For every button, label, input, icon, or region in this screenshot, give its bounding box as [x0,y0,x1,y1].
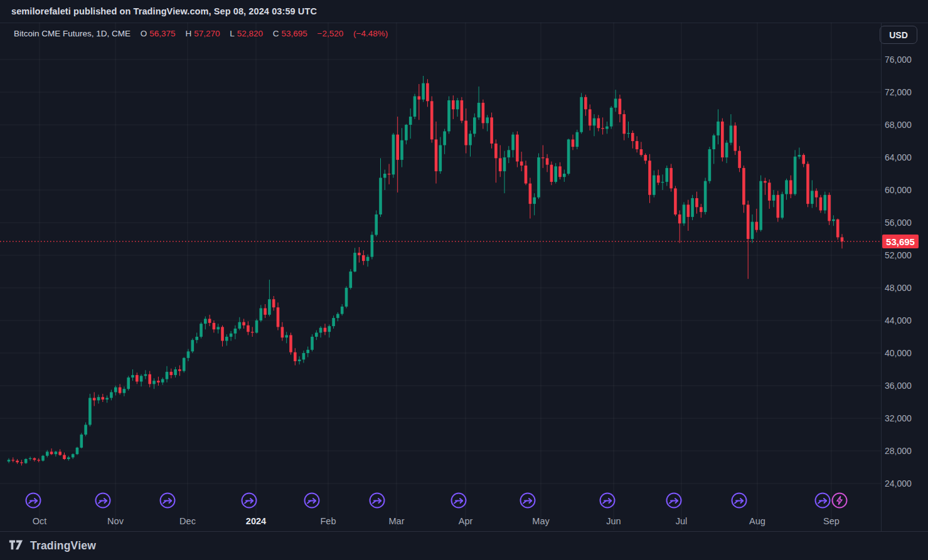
timeline-marker[interactable] [159,492,176,512]
price-tick-label: 48,000 [885,283,925,293]
low-value: 52,820 [237,29,263,38]
change-percent: (−4.48%) [353,29,388,38]
replay-arrow-icon[interactable] [665,492,683,509]
price-tick-label: 40,000 [885,348,925,358]
month-label-aug: Aug [749,516,765,526]
last-price-badge: 53,695 [882,235,919,248]
timeline-marker[interactable] [24,492,42,512]
price-chart[interactable] [0,0,928,560]
price-tick-label: 32,000 [885,413,925,423]
replay-arrow-icon[interactable] [303,492,321,509]
tradingview-published-chart: semilorefaleti published on TradingView.… [0,0,928,560]
high-value: 57,270 [194,29,220,38]
price-tick-label: 68,000 [885,120,925,130]
tradingview-brand[interactable]: TradingView [9,537,96,554]
replay-arrow-icon[interactable] [519,492,536,509]
price-tick-label: 76,000 [885,55,925,65]
price-axis-separator [881,23,882,531]
timeline-marker[interactable] [831,492,848,512]
replay-arrow-icon[interactable] [159,492,176,509]
month-label-2024: 2024 [246,516,266,526]
month-label-jul: Jul [676,516,688,526]
month-label-dec: Dec [179,516,196,526]
replay-arrow-icon[interactable] [450,492,467,509]
month-label-apr: Apr [459,516,473,526]
replay-arrow-icon[interactable] [368,492,386,509]
timeline-marker[interactable] [665,492,683,512]
replay-arrow-icon[interactable] [240,492,258,509]
price-tick-label: 36,000 [885,381,925,391]
low-label: L [230,29,235,38]
month-label-mar: Mar [389,516,405,526]
time-axis[interactable]: Oct Nov Dec 2024 Feb Mar Apr May Jun Jul… [0,490,881,531]
tradingview-logo-icon [9,537,25,554]
month-label-sep: Sep [823,516,840,526]
timeline-marker[interactable] [450,492,467,512]
price-tick-label: 56,000 [885,218,925,228]
open-label: O [141,29,147,38]
replay-arrow-icon[interactable] [94,492,112,509]
close-value: 53,695 [282,29,307,38]
price-tick-label: 44,000 [885,315,925,325]
replay-arrow-icon[interactable] [814,492,831,509]
timeline-marker[interactable] [599,492,616,512]
footer-bar: TradingView [0,531,928,560]
high-label: H [185,29,191,38]
tradingview-brand-text: TradingView [30,539,96,552]
currency-button[interactable]: USD [880,26,917,44]
close-label: C [273,29,279,38]
month-label-jun: Jun [606,516,621,526]
symbol-title[interactable]: Bitcoin CME Futures, 1D, CME [14,29,131,38]
open-value: 56,375 [149,29,175,38]
timeline-marker[interactable] [94,492,112,512]
replay-arrow-icon[interactable] [599,492,616,509]
month-label-may: May [532,516,549,526]
replay-arrow-icon[interactable] [730,492,748,509]
month-label-feb: Feb [321,516,336,526]
price-tick-label: 28,000 [885,446,925,456]
timeline-marker[interactable] [519,492,536,512]
month-label-nov: Nov [107,516,124,526]
lightning-icon[interactable] [831,492,848,509]
symbol-ohlc-bar: Bitcoin CME Futures, 1D, CME O56,375 H57… [14,29,390,38]
candles [8,76,844,465]
timeline-marker[interactable] [368,492,386,512]
timeline-marker[interactable] [814,492,831,512]
change-value: −2,520 [317,29,344,38]
month-label-oct: Oct [33,516,47,526]
price-tick-label: 64,000 [885,152,925,162]
timeline-marker[interactable] [240,492,258,512]
timeline-marker[interactable] [303,492,321,512]
timeline-marker[interactable] [730,492,748,512]
price-tick-label: 72,000 [885,87,925,97]
price-tick-label: 52,000 [885,250,925,260]
price-tick-label: 60,000 [885,185,925,195]
price-tick-label: 24,000 [885,478,925,489]
replay-arrow-icon[interactable] [24,492,42,509]
